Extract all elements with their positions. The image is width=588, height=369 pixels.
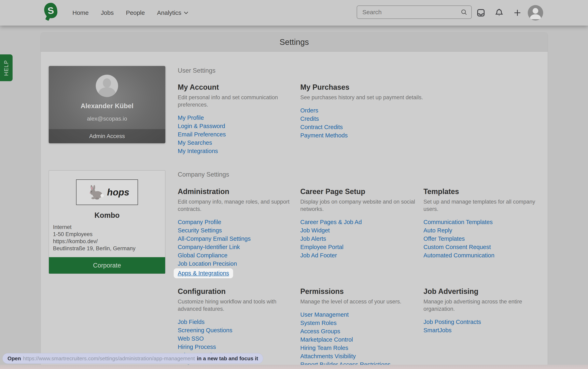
- section-permissions: Permissions Manage the level of access o…: [300, 287, 420, 369]
- chevron-down-icon: [184, 11, 188, 14]
- settings-link[interactable]: Company-Identifier Link: [178, 243, 240, 251]
- settings-link[interactable]: Hiring Team Roles: [300, 344, 348, 352]
- section-title: Job Advertising: [423, 287, 537, 296]
- settings-link[interactable]: Access Groups: [300, 327, 340, 336]
- settings-link[interactable]: Screening Questions: [178, 326, 232, 335]
- main-nav: Home Jobs People Analytics: [72, 0, 188, 26]
- settings-link[interactable]: Job Location Precision: [178, 260, 237, 268]
- company-detail: https://kombo.dev/: [53, 238, 161, 245]
- section-title: Administration: [178, 187, 295, 196]
- bell-icon: [494, 8, 504, 18]
- section-description: Manage the level of access of your users…: [300, 298, 420, 305]
- logo-balloon-icon: S: [43, 2, 58, 19]
- settings-link[interactable]: Company Profile: [178, 218, 221, 226]
- settings-link[interactable]: User Management: [300, 310, 349, 319]
- settings-link[interactable]: Credits: [300, 115, 319, 123]
- nav-item-jobs[interactable]: Jobs: [101, 9, 114, 16]
- settings-link[interactable]: Payment Methods: [300, 131, 348, 140]
- settings-header: Settings: [41, 33, 548, 51]
- section-title: Career Page Setup: [300, 187, 418, 196]
- section-title: My Purchases: [300, 83, 442, 92]
- nav-item-people[interactable]: People: [126, 9, 145, 16]
- settings-link[interactable]: Job Alerts: [300, 235, 326, 243]
- settings-link[interactable]: Job Fields: [178, 318, 205, 326]
- nav-item-home[interactable]: Home: [72, 9, 89, 16]
- settings-link[interactable]: All-Company Email Settings: [178, 235, 250, 243]
- section-description: Edit personal info and set communication…: [178, 94, 295, 108]
- bottom-edge-artifact: [0, 365, 588, 369]
- settings-link[interactable]: My Integrations: [178, 147, 218, 155]
- settings-link[interactable]: Marketplace Control: [300, 336, 353, 344]
- settings-link[interactable]: Web SSO: [178, 335, 204, 343]
- avatar-icon: [528, 5, 543, 20]
- section-links: My ProfileLogin & PasswordEmail Preferen…: [178, 114, 295, 155]
- section-career-page-setup: Career Page Setup Display jobs on compan…: [300, 187, 418, 260]
- settings-link[interactable]: My Profile: [178, 114, 204, 122]
- search-input[interactable]: [357, 5, 472, 19]
- inbox-button[interactable]: [476, 8, 486, 18]
- help-tab[interactable]: HELP: [0, 54, 13, 81]
- user-settings-label: User Settings: [178, 67, 216, 74]
- logo-letter: S: [43, 2, 58, 19]
- user-profile-card: Alexander Kübel alex@scopas.io Admin Acc…: [49, 66, 165, 143]
- plus-icon: [513, 8, 522, 17]
- settings-link[interactable]: SmartJobs: [423, 326, 452, 335]
- settings-link[interactable]: Career Pages & Job Ad: [300, 218, 362, 226]
- section-title: Templates: [423, 187, 537, 196]
- settings-link[interactable]: Attachments Visibility: [300, 352, 356, 360]
- settings-link[interactable]: Apps & Integrations: [174, 268, 233, 278]
- user-avatar-menu[interactable]: [528, 5, 543, 20]
- tooltip-suffix: in a new tab and focus it: [197, 355, 258, 362]
- settings-link[interactable]: Job Widget: [300, 226, 330, 235]
- company-detail: 1-50 Employees: [53, 231, 161, 238]
- corporate-button[interactable]: Corporate: [49, 257, 165, 274]
- user-email: alex@scopas.io: [49, 115, 165, 122]
- nav-item-analytics[interactable]: Analytics: [157, 9, 188, 16]
- settings-link[interactable]: Auto Reply: [423, 226, 452, 235]
- nav-home-label: Home: [72, 9, 89, 16]
- settings-link[interactable]: Employee Portal: [300, 243, 343, 251]
- tooltip-prefix: Open: [8, 355, 21, 362]
- settings-link[interactable]: Automated Communication: [423, 251, 494, 260]
- section-my-account: My Account Edit personal info and set co…: [178, 83, 295, 155]
- settings-link[interactable]: Offer Templates: [423, 235, 465, 243]
- section-description: Edit company info, manage roles, and sup…: [178, 198, 295, 213]
- company-settings-label: Company Settings: [178, 171, 229, 178]
- settings-link[interactable]: Job Posting Contracts: [423, 318, 481, 326]
- nav-analytics-label: Analytics: [157, 9, 181, 16]
- section-links: Company ProfileSecurity SettingsAll-Comp…: [178, 218, 295, 278]
- settings-link[interactable]: System Roles: [300, 319, 337, 327]
- settings-link[interactable]: Login & Password: [178, 122, 225, 130]
- settings-link[interactable]: Contract Credits: [300, 123, 343, 131]
- section-links: OrdersCreditsContract CreditsPayment Met…: [300, 106, 442, 140]
- settings-link[interactable]: Orders: [300, 106, 318, 115]
- user-name: Alexander Kübel: [49, 102, 165, 110]
- settings-link[interactable]: Security Settings: [178, 226, 222, 235]
- section-job-advertising: Job Advertising Manage job advertising a…: [423, 287, 537, 335]
- nav-jobs-label: Jobs: [101, 9, 114, 16]
- rabbit-logo-icon: [85, 184, 106, 201]
- settings-link[interactable]: Hiring Process: [178, 343, 216, 351]
- settings-link[interactable]: Custom Consent Request: [423, 243, 491, 251]
- settings-link[interactable]: Global Compliance: [178, 251, 228, 260]
- company-name: Kombo: [49, 211, 165, 220]
- create-new-button[interactable]: [512, 8, 522, 18]
- app-window: S Home Jobs People Analytics: [0, 0, 588, 369]
- settings-link[interactable]: Job Ad Footer: [300, 251, 337, 260]
- settings-link[interactable]: Communication Templates: [423, 218, 493, 226]
- section-templates: Templates Set up and manage templates fo…: [423, 187, 537, 260]
- company-detail: Beutlinstraße 19, Berlin, Germany: [53, 245, 161, 252]
- settings-link[interactable]: Email Preferences: [178, 130, 226, 139]
- company-details: Internet1-50 Employeeshttps://kombo.dev/…: [53, 224, 161, 252]
- company-card: hops Kombo Internet1-50 Employeeshttps:/…: [49, 170, 165, 274]
- search-icon[interactable]: [460, 9, 468, 16]
- section-links: Communication TemplatesAuto ReplyOffer T…: [423, 218, 537, 260]
- smartrecruiters-logo[interactable]: S: [44, 2, 58, 21]
- settings-link[interactable]: My Searches: [178, 139, 212, 147]
- topbar-actions: [476, 0, 522, 26]
- user-avatar-placeholder-icon: [96, 75, 118, 97]
- notifications-button[interactable]: [494, 8, 504, 18]
- section-title: Permissions: [300, 287, 420, 296]
- section-links: User ManagementSystem RolesAccess Groups…: [300, 310, 420, 369]
- section-links: Job Posting ContractsSmartJobs: [423, 318, 537, 335]
